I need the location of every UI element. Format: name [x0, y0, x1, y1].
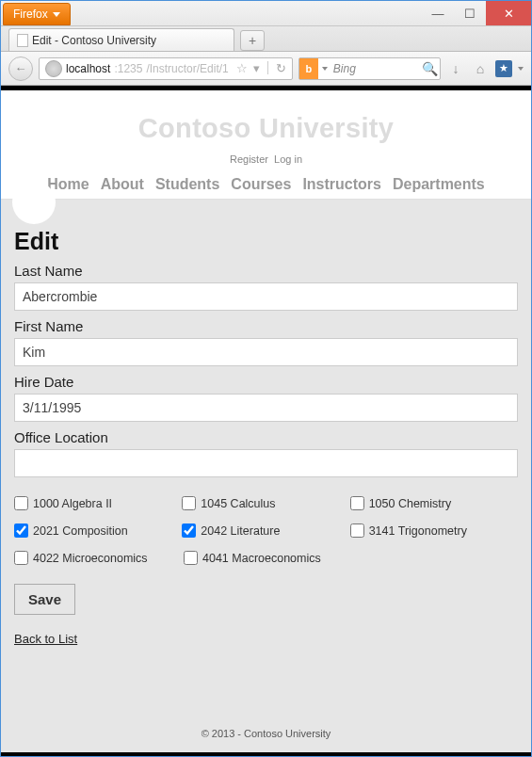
- course-checkboxes: 1000 Algebra II1045 Calculus1050 Chemist…: [14, 496, 518, 565]
- input-last-name[interactable]: [14, 282, 518, 311]
- globe-icon: [45, 60, 62, 77]
- plus-icon: +: [249, 33, 256, 48]
- navigation-bar: ← localhost:1235/Instructor/Edit/1 ☆ ▾ ↻…: [1, 52, 531, 86]
- reload-icon[interactable]: ↻: [276, 61, 286, 75]
- viewport: Contoso University Register Log in Home …: [1, 86, 531, 756]
- chevron-down-icon[interactable]: [322, 67, 328, 71]
- page-icon: [17, 34, 28, 47]
- checkbox-input[interactable]: [350, 496, 364, 510]
- chevron-down-icon[interactable]: ▾: [253, 61, 260, 75]
- course-checkbox[interactable]: 4022 Microeconomics: [14, 551, 184, 565]
- url-path: /Instructor/Edit/1: [146, 62, 228, 75]
- course-label: 1000 Algebra II: [33, 497, 112, 510]
- checkbox-input[interactable]: [182, 523, 196, 538]
- new-tab-button[interactable]: +: [240, 30, 265, 51]
- bookmark-star-icon: ★: [499, 62, 508, 74]
- input-first-name[interactable]: [14, 338, 518, 366]
- course-label: 3141 Trigonometry: [369, 524, 467, 538]
- checkbox-input[interactable]: [350, 523, 364, 538]
- nav-home[interactable]: Home: [47, 176, 89, 193]
- chevron-down-icon[interactable]: [518, 67, 524, 71]
- checkbox-input[interactable]: [14, 496, 28, 510]
- maximize-button[interactable]: ☐: [454, 1, 486, 25]
- window-titlebar: Firefox — ☐ ✕: [1, 1, 531, 26]
- course-label: 4041 Macroeconomics: [202, 552, 321, 565]
- star-icon[interactable]: ☆: [236, 61, 248, 75]
- nav-about[interactable]: About: [101, 176, 144, 193]
- login-link[interactable]: Log in: [274, 153, 302, 165]
- search-placeholder: Bing: [331, 62, 419, 75]
- url-port: :1235: [114, 62, 142, 75]
- checkbox-input[interactable]: [14, 523, 28, 538]
- course-label: 2021 Composition: [33, 524, 128, 538]
- url-host: localhost: [66, 62, 110, 75]
- course-checkbox[interactable]: 1045 Calculus: [182, 496, 349, 510]
- nav-courses[interactable]: Courses: [231, 176, 291, 193]
- course-checkbox[interactable]: 1050 Chemistry: [350, 496, 518, 510]
- course-checkbox[interactable]: 1000 Algebra II: [14, 496, 182, 510]
- content-area: Edit Last Name First Name Hire Date Offi…: [1, 218, 531, 715]
- firefox-menu-button[interactable]: Firefox: [3, 3, 71, 25]
- label-hire-date: Hire Date: [14, 374, 518, 390]
- nav-students[interactable]: Students: [155, 176, 219, 193]
- site-title[interactable]: Contoso University: [1, 113, 531, 144]
- label-first-name: First Name: [14, 318, 518, 334]
- checkbox-input[interactable]: [184, 551, 198, 565]
- label-office-location: Office Location: [14, 429, 518, 445]
- bing-icon: b: [299, 58, 318, 79]
- minimize-button[interactable]: —: [422, 1, 454, 25]
- label-last-name: Last Name: [14, 263, 518, 279]
- nav-departments[interactable]: Departments: [393, 176, 485, 193]
- course-label: 4022 Microeconomics: [33, 552, 148, 565]
- save-button[interactable]: Save: [14, 584, 75, 615]
- back-to-list-link[interactable]: Back to List: [14, 632, 77, 646]
- url-bar[interactable]: localhost:1235/Instructor/Edit/1 ☆ ▾ ↻: [39, 57, 293, 80]
- course-label: 1045 Calculus: [201, 497, 275, 510]
- course-label: 2042 Literature: [201, 524, 280, 538]
- site-header: Contoso University Register Log in Home …: [1, 90, 531, 200]
- course-checkbox[interactable]: 2042 Literature: [182, 523, 349, 538]
- tab-title: Edit - Contoso University: [32, 34, 156, 47]
- arrow-left-icon: ←: [15, 61, 27, 75]
- tab-strip: Edit - Contoso University +: [1, 26, 531, 52]
- firefox-label: Firefox: [13, 8, 48, 21]
- checkbox-input[interactable]: [182, 496, 196, 510]
- register-link[interactable]: Register: [230, 153, 268, 165]
- home-icon[interactable]: ⌂: [471, 61, 490, 76]
- course-checkbox[interactable]: 3141 Trigonometry: [350, 523, 518, 538]
- page-heading: Edit: [14, 228, 518, 255]
- primary-nav: Home About Students Courses Instructors …: [1, 176, 531, 193]
- input-hire-date[interactable]: [14, 394, 518, 422]
- avatar: [12, 181, 56, 224]
- course-label: 1050 Chemistry: [369, 497, 452, 510]
- input-office-location[interactable]: [14, 449, 518, 477]
- close-button[interactable]: ✕: [486, 1, 531, 25]
- auth-links: Register Log in: [1, 153, 531, 165]
- course-checkbox[interactable]: 4041 Macroeconomics: [184, 551, 353, 565]
- tab-active[interactable]: Edit - Contoso University: [8, 28, 234, 51]
- download-icon[interactable]: ↓: [446, 61, 465, 76]
- bookmark-menu-button[interactable]: ★: [495, 60, 512, 77]
- search-go-icon[interactable]: 🔍: [419, 61, 440, 76]
- nav-instructors[interactable]: Instructors: [302, 176, 381, 193]
- site-footer: © 2013 - Contoso University: [1, 715, 531, 752]
- course-checkbox[interactable]: 2021 Composition: [14, 523, 182, 538]
- search-bar[interactable]: b Bing 🔍: [298, 57, 441, 80]
- chevron-down-icon: [53, 12, 60, 17]
- checkbox-input[interactable]: [14, 551, 28, 565]
- back-button[interactable]: ←: [8, 56, 33, 81]
- page-body: Contoso University Register Log in Home …: [1, 90, 531, 752]
